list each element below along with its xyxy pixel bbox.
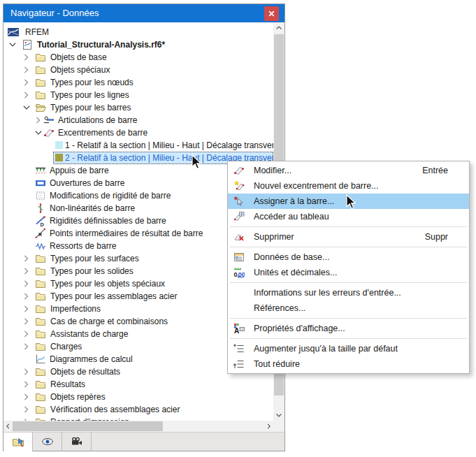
scrollbar-corner	[273, 421, 284, 432]
menu-item[interactable]: SupprimerSuppr	[228, 229, 469, 245]
tree-item[interactable]: Vérification des assemblages acier	[3, 403, 273, 416]
tree-item[interactable]: RFEM	[3, 26, 273, 38]
chevron-right-icon[interactable]	[22, 368, 31, 376]
tree-item[interactable]: Excentrements de barre	[3, 126, 273, 139]
navigator-tab-data-navigator[interactable]	[3, 433, 33, 451]
chevron-right-icon[interactable]	[22, 418, 31, 421]
chevron-right-icon[interactable]	[22, 330, 31, 338]
chevron-right-icon[interactable]	[22, 66, 31, 74]
member-spring-icon	[35, 240, 46, 252]
menu-item[interactable]: 0,00Unités et décimales...	[228, 265, 469, 280]
chevron-right-icon[interactable]	[22, 317, 31, 326]
menu-item[interactable]: Informations sur les erreurs d'entrée...	[228, 285, 469, 300]
stiffness-mod-icon	[35, 190, 46, 201]
close-button[interactable]	[264, 6, 279, 21]
menu-item[interactable]: APropriétés d'affichage...	[228, 321, 469, 336]
chevron-right-icon[interactable]	[22, 305, 31, 313]
chevron-right-icon[interactable]	[22, 292, 31, 300]
navigator-tab-views-navigator[interactable]	[62, 433, 92, 451]
chevron-right-icon[interactable]	[22, 53, 31, 61]
mouse-cursor-tree	[192, 154, 204, 171]
navigator-tab-display-navigator[interactable]	[33, 433, 62, 451]
scroll-right-button[interactable]	[264, 421, 273, 432]
chevron-right-icon[interactable]	[22, 267, 31, 275]
tree-item-label: Types pour les lignes	[50, 89, 129, 101]
folder-icon	[35, 77, 46, 88]
chevron-right-icon[interactable]	[22, 280, 31, 288]
menu-item[interactable]: Accéder au tableau	[228, 209, 469, 224]
folder-icon	[35, 253, 46, 264]
tree-item-label: Types pour les barres	[50, 101, 131, 114]
chevron-right-icon[interactable]	[22, 342, 31, 351]
views-navigator-icon	[62, 436, 91, 447]
tree-item[interactable]: Types pour les lignes	[3, 89, 273, 101]
menu-item-label: Références...	[254, 300, 305, 316]
menu-item-label: Nouvel excentrement de barre...	[254, 178, 379, 194]
chevron-right-icon[interactable]	[22, 393, 31, 401]
menu-item[interactable]: Données de base...	[228, 249, 469, 265]
tree-item-label: Diagrammes de calcul	[50, 353, 133, 365]
menu-item[interactable]: Références...	[228, 300, 469, 316]
scroll-left-button[interactable]	[3, 421, 13, 432]
tree-item-label: Types pour les nœuds	[50, 76, 134, 89]
menu-item[interactable]: Nouvel excentrement de barre...	[228, 178, 469, 194]
chevron-down-icon[interactable]	[8, 41, 17, 49]
definable-stiffness-icon: D	[35, 215, 46, 226]
tree-item[interactable]: Articulations de barre	[3, 114, 273, 126]
folder-icon	[35, 64, 46, 75]
chevron-right-icon[interactable]	[22, 254, 31, 263]
svg-text:00: 00	[238, 271, 245, 278]
tree-item-label: Excentrements de barre	[58, 126, 147, 139]
chevron-right-icon[interactable]	[22, 380, 31, 389]
rfem-logo-icon	[8, 27, 23, 38]
menu-item[interactable]: Augmenter jusqu'à la taille par défaut	[228, 341, 469, 356]
folder-icon	[35, 404, 46, 415]
base-data-icon	[233, 252, 245, 263]
chevron-down-icon[interactable]	[22, 103, 31, 112]
chevron-left-icon	[3, 422, 13, 430]
folder-icon	[35, 391, 46, 402]
tree-item[interactable]: 1 - Relatif à la section | Milieu - Haut…	[3, 139, 273, 152]
tree-item-label: Résultats	[50, 378, 85, 391]
eccentricity-icon	[43, 127, 55, 138]
chevron-down-icon[interactable]	[34, 129, 43, 137]
data-navigator-icon	[3, 436, 32, 447]
tree-item-label: Appuis de barre	[50, 164, 109, 177]
tree-item[interactable]: Rapport d'impression	[3, 416, 273, 421]
tree-item[interactable]: Objets spéciaux	[3, 64, 273, 76]
tree-item[interactable]: Types pour les nœuds	[3, 76, 273, 89]
tree-item[interactable]: Objets de base	[3, 51, 273, 64]
horizontal-scrollbar[interactable]	[3, 421, 273, 432]
tree-item-label: Types pour les surfaces	[50, 252, 139, 265]
menu-item-shortcut: Suppr	[425, 229, 448, 245]
tree-item-label: Rapport d'impression	[50, 416, 129, 421]
scroll-up-button[interactable]	[273, 22, 284, 34]
tree-item-label: RFEM	[25, 26, 49, 38]
nonlinearity-icon	[35, 203, 46, 214]
expand-to-default-icon	[233, 343, 245, 354]
tree-item[interactable]: Tutorial_Structural-Analysis.rf6*	[3, 38, 273, 51]
units-decimals-icon: 0,00	[233, 267, 245, 278]
menu-item[interactable]: Modifier...Entrée	[228, 163, 469, 178]
mouse-cursor-menu	[346, 194, 359, 211]
titlebar[interactable]: Navigateur - Données	[3, 4, 284, 22]
horizontal-scroll-thumb[interactable]	[13, 421, 163, 431]
tree-item[interactable]: Objets repères	[3, 391, 273, 403]
folder-icon	[35, 52, 46, 63]
tree-item[interactable]: Résultats	[3, 378, 273, 391]
page: Navigateur - Données RFEMTutorial_Struct…	[0, 0, 476, 457]
chevron-right-icon[interactable]	[22, 78, 31, 87]
svg-text:A: A	[234, 327, 239, 335]
display-navigator-icon	[33, 436, 62, 447]
chevron-right-icon[interactable]	[22, 405, 31, 414]
menu-item-label: Tout réduire	[254, 356, 300, 372]
menu-item-label: Unités et décimales...	[254, 265, 338, 280]
delete-icon	[233, 231, 245, 242]
scroll-down-button[interactable]	[273, 409, 284, 421]
folder-icon	[35, 416, 46, 421]
menu-item[interactable]: Tout réduire	[228, 356, 469, 372]
tree-item[interactable]: Types pour les barres	[3, 101, 273, 114]
chevron-right-icon[interactable]	[22, 91, 31, 99]
folder-icon	[35, 316, 46, 327]
chevron-right-icon[interactable]	[34, 116, 43, 124]
